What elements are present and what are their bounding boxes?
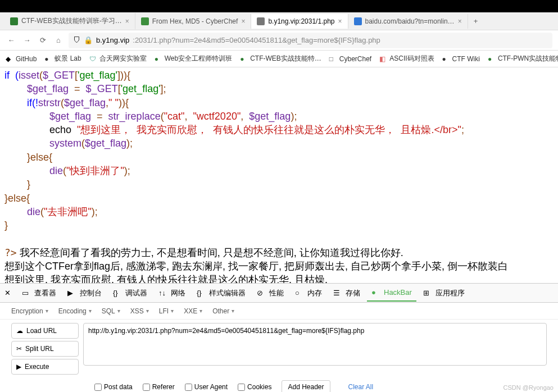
bookmark-icon: ● [442, 55, 450, 63]
tab-close-icon[interactable]: × [338, 17, 342, 25]
checkbox-label: Referer [152, 383, 175, 391]
bookmark-item[interactable]: 🛡合天网安实验室 [89, 54, 147, 63]
tab-close-icon[interactable]: × [458, 17, 462, 25]
devtools-tab[interactable]: ↑↓网络 [154, 285, 190, 302]
bookmark-label: Web安全工程师特训班 [165, 54, 232, 63]
hackbar-check-post-data[interactable]: Post data [94, 383, 133, 391]
bookmark-label: CTF-PWN实战技能特… [498, 54, 558, 63]
devtools-tab[interactable]: ▶控制台 [63, 285, 106, 302]
checkbox[interactable] [143, 384, 150, 391]
hackbar-menu-xss[interactable]: XSS [130, 307, 149, 315]
reload-button[interactable]: ⟳ [37, 35, 48, 46]
devtools-tab[interactable]: ☰存储 [329, 285, 365, 302]
clear-all-link[interactable]: Clear All [348, 383, 374, 391]
browser-tab[interactable]: CTF-WEB实战技能特训班-学习…× [4, 13, 135, 29]
bookmark-item[interactable]: ●CTF-PWN实战技能特… [488, 54, 558, 63]
checkbox[interactable] [238, 384, 245, 391]
browser-tab[interactable]: From Hex, MD5 - CyberChef× [135, 14, 252, 29]
hackbar-menu-encryption[interactable]: Encryption [11, 307, 48, 315]
bookmark-icon: ● [155, 55, 162, 63]
execute-button[interactable]: ▶Execute [11, 359, 79, 375]
hackbar-menu-xxe[interactable]: XXE [184, 307, 202, 315]
devtools-tab-label: 应用程序 [435, 288, 465, 298]
devtools-tab[interactable]: ▭查看器 [17, 285, 61, 302]
tab-label: CTF-WEB实战技能特训班-学习… [21, 16, 122, 26]
devtools-tab-label: HackBar [384, 288, 412, 297]
hackbar-bottom: Post dataRefererUser AgentCookiesAdd Hea… [0, 378, 558, 392]
add-header-button[interactable]: Add Header [282, 380, 330, 392]
devtools-tab-label: 查看器 [34, 288, 56, 298]
hackbar-check-user-agent[interactable]: User Agent [185, 383, 228, 391]
hackbar-check-referer[interactable]: Referer [143, 383, 175, 391]
bookmark-item[interactable]: ●Web安全工程师特训班 [155, 54, 232, 63]
devtools-tab-label: 样式编辑器 [209, 288, 246, 298]
devtools-close-icon[interactable]: ✕ [4, 289, 11, 297]
devtools-tab-icon: ▶ [67, 289, 76, 298]
watermark: CSDN @Ryongao [503, 384, 554, 391]
devtools-tab-icon: {} [197, 289, 206, 298]
devtools-tab-icon: ⊘ [257, 289, 266, 298]
tab-close-icon[interactable]: × [241, 17, 245, 25]
scissors-icon: ✂ [16, 345, 22, 353]
bookmark-icon: ◧ [379, 55, 387, 63]
tab-favicon-icon [354, 17, 362, 25]
navigation-bar: ← → ⟳ ⌂ ⛉ 🔒 b.y1ng.vip:2031/1.php?num=2e… [0, 30, 558, 51]
hackbar-menu-sql[interactable]: SQL [102, 307, 120, 315]
bookmark-item[interactable]: ●蚁景 Lab [44, 54, 81, 63]
tab-label: b.y1ng.vip:2031/1.php [268, 17, 334, 25]
bookmark-icon: ● [488, 55, 496, 63]
hackbar-menu-lfi[interactable]: LFI [159, 307, 174, 315]
bookmark-item[interactable]: □CyberChef [329, 55, 371, 63]
hackbar-buttons: ☁Load URL ✂Split URL ▶Execute [11, 323, 79, 375]
devtools-tab[interactable]: {}调试器 [108, 285, 152, 302]
devtools-tab[interactable]: ⊘性能 [252, 285, 288, 302]
hackbar-menu-other[interactable]: Other [212, 307, 234, 315]
tab-close-icon[interactable]: × [125, 17, 129, 25]
devtools-tab-icon: ↑↓ [158, 289, 167, 298]
devtools-panel: ✕▭查看器▶控制台{}调试器↑↓网络{}样式编辑器⊘性能○内存☰存储●HackB… [0, 283, 558, 392]
devtools-tab-label: 存储 [346, 288, 360, 298]
home-button[interactable]: ⌂ [53, 35, 64, 46]
devtools-tab-icon: ▭ [22, 289, 31, 298]
hackbar-url-input[interactable]: http://b.y1ng.vip:2031/1.php?num=2e4&md5… [83, 323, 547, 366]
checkbox[interactable] [185, 384, 192, 391]
devtools-tab[interactable]: {}样式编辑器 [192, 285, 250, 302]
url-domain: b.y1ng.vip [96, 36, 129, 44]
bookmark-item[interactable]: ●CTF-WEB实战技能特… [240, 54, 321, 63]
devtools-tab[interactable]: ○内存 [291, 285, 326, 302]
split-url-button[interactable]: ✂Split URL [11, 341, 79, 357]
checkbox-label: Cookies [247, 383, 271, 391]
devtools-tab-icon: ⊞ [423, 289, 432, 298]
bookmark-item[interactable]: ◆GitHub [6, 55, 37, 63]
hackbar-menu-encoding[interactable]: Encoding [58, 307, 92, 315]
forward-button[interactable]: → [21, 35, 33, 46]
bookmark-label: GitHub [16, 55, 37, 63]
tab-label: baidu.com/baidu?tn=monlin… [365, 17, 455, 25]
hackbar-check-cookies[interactable]: Cookies [238, 383, 271, 391]
browser-tabs: CTF-WEB实战技能特训班-学习…×From Hex, MD5 - Cyber… [0, 12, 558, 30]
url-bar[interactable]: ⛉ 🔒 b.y1ng.vip:2031/1.php?num=2e4&md5=0e… [69, 33, 552, 48]
devtools-tab-icon: {} [113, 289, 122, 298]
load-url-button[interactable]: ☁Load URL [11, 323, 79, 339]
bookmark-item[interactable]: ◧ASCII码对照表 [379, 54, 434, 63]
shield-icon: ⛉ [73, 36, 80, 44]
tab-favicon-icon [141, 17, 149, 25]
bookmark-icon: 🛡 [89, 55, 97, 63]
hackbar-main: ☁Load URL ✂Split URL ▶Execute http://b.y… [0, 320, 558, 378]
browser-tab[interactable]: baidu.com/baidu?tn=monlin…× [348, 14, 468, 29]
tab-favicon-icon [257, 17, 265, 25]
checkbox-label: User Agent [194, 383, 228, 391]
new-tab-button[interactable]: + [468, 17, 484, 25]
bookmark-item[interactable]: ●CTF Wiki [442, 55, 480, 63]
devtools-tab[interactable]: ●HackBar [367, 285, 416, 302]
browser-tab[interactable]: b.y1ng.vip:2031/1.php× [251, 14, 348, 29]
bookmarks-bar: ◆GitHub●蚁景 Lab🛡合天网安实验室●Web安全工程师特训班●CTF-W… [0, 51, 558, 67]
bookmark-label: CTF Wiki [452, 55, 480, 63]
devtools-tab-label: 内存 [307, 288, 322, 298]
back-button[interactable]: ← [6, 35, 17, 46]
checkbox[interactable] [94, 384, 102, 391]
bookmark-label: CyberChef [339, 55, 371, 63]
bookmark-icon: ● [240, 55, 248, 63]
devtools-tab[interactable]: ⊞应用程序 [419, 285, 469, 302]
bookmark-label: ASCII码对照表 [389, 54, 434, 63]
